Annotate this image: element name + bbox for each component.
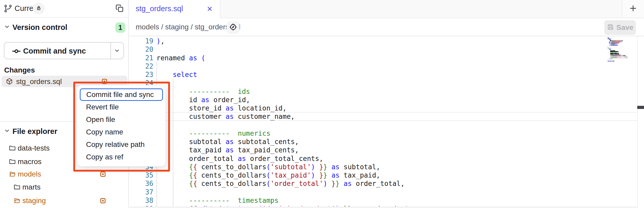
folder-label: macros: [18, 158, 42, 166]
branch-bar: Current: [0, 0, 128, 18]
folder-label: data-tests: [18, 144, 50, 152]
tab-stg-orders[interactable]: stg_orders.sql: [129, 0, 220, 18]
version-control-header[interactable]: Version control: [12, 23, 67, 32]
code-line-31: subtotal as subtotal_cents,: [156, 138, 299, 146]
modified-folder-badge: [100, 198, 106, 203]
code-editor[interactable]: 1920212223242526272829303132333435363738…: [129, 36, 644, 208]
code-line-32: tax_paid as tax_paid_cents,: [156, 146, 299, 154]
code-line-27: store_id as location_id,: [156, 104, 287, 112]
folder-label: staging: [22, 197, 46, 205]
line-number: 23: [129, 70, 153, 79]
plus-icon: [629, 4, 637, 14]
file-tree-item-models[interactable]: models: [0, 168, 128, 180]
git-branch-icon: [4, 4, 12, 14]
chevron-down-icon[interactable]: [4, 128, 10, 135]
code-line-33: order_total as order_total_cents,: [156, 154, 323, 163]
branch-lock-badge: [33, 3, 45, 15]
code-line-38: ---------- timestamps: [156, 196, 279, 205]
code-line-25: ---------- ids: [156, 87, 250, 96]
close-icon[interactable]: [206, 5, 213, 13]
folder-open-icon: [9, 171, 16, 179]
lineage-button[interactable]: [227, 21, 240, 34]
compass-icon: [229, 23, 237, 32]
code-line-36: {{ cents_to_dollars('order_total') }} as…: [156, 179, 405, 188]
folder-icon: [9, 158, 16, 166]
lock-icon: [36, 5, 42, 12]
modified-folder-badge: [100, 172, 106, 177]
commit-button-label: Commit and sync: [23, 47, 86, 55]
breadcrumb: models / staging / stg_orders.sql: [136, 23, 240, 31]
changed-file-name: stg_orders.sql: [16, 77, 62, 86]
dbt-ide-window: Current Version control 1 Commit and syn…: [0, 0, 644, 208]
commit-and-sync-button[interactable]: Commit and sync: [4, 42, 124, 59]
line-number: 37: [129, 188, 153, 196]
minimap[interactable]: [608, 37, 637, 61]
tab-label: stg_orders.sql: [136, 4, 183, 13]
file-tree-item-marts[interactable]: marts: [0, 181, 128, 193]
copy-icon: [115, 4, 124, 14]
code-line-26: id as order_id,: [156, 96, 250, 104]
model-cube-icon: [6, 78, 13, 86]
menu-item-revert-file[interactable]: Revert file: [77, 101, 166, 113]
button-divider: [110, 43, 111, 59]
code-line-30: ---------- numerics: [156, 129, 270, 138]
scrollbar-thumb[interactable]: [637, 106, 644, 109]
breadcrumb-bar: models / staging / stg_orders.sql Save: [129, 18, 644, 36]
code-line-19: ),: [156, 37, 165, 45]
save-icon: [607, 23, 614, 32]
folder-open-icon: [14, 197, 21, 205]
code-line-23: select: [156, 70, 197, 79]
menu-item-copy-as-ref[interactable]: Copy as ref: [77, 151, 166, 163]
menu-item-open-file[interactable]: Open file: [77, 113, 166, 126]
chevron-down-icon[interactable]: [4, 24, 10, 31]
minimap-divider: [637, 36, 638, 208]
save-button-label: Save: [616, 23, 633, 32]
chevron-down-icon[interactable]: [114, 48, 120, 55]
modified-file-badge: [102, 79, 107, 84]
line-number: 35: [129, 171, 153, 179]
line-number: 22: [129, 62, 153, 70]
file-tree-item-staging[interactable]: staging: [0, 195, 128, 206]
file-explorer-header[interactable]: File explorer: [12, 127, 57, 136]
code-line-28: customer as customer_name,: [156, 112, 295, 121]
line-number: 20: [129, 45, 153, 54]
menu-item-commit-file-and-sync[interactable]: Commit file and sync: [80, 88, 163, 101]
folder-icon: [14, 184, 21, 192]
folder-label: marts: [22, 183, 41, 191]
git-commit-icon: [12, 47, 21, 57]
folder-icon: [9, 145, 16, 153]
line-number: 19: [129, 37, 153, 45]
horizontal-scrollbar-track: [129, 206, 637, 208]
save-button[interactable]: Save: [604, 20, 636, 35]
code-line-35: {{ cents_to_dollars('tax_paid') }} as ta…: [156, 171, 380, 179]
file-context-menu: Commit file and syncRevert fileOpen file…: [77, 85, 166, 166]
menu-item-copy-relative-path[interactable]: Copy relative path: [77, 138, 166, 151]
line-number: 21: [129, 54, 153, 62]
version-control-count-badge: 1: [115, 22, 125, 33]
folder-label: models: [18, 170, 41, 178]
new-tab-button[interactable]: [622, 0, 644, 18]
code-line-21: renamed as (: [156, 54, 205, 62]
line-number: 36: [129, 179, 153, 188]
code-line-34: {{ cents_to_dollars('subtotal') }} as su…: [156, 163, 380, 171]
changes-header: Changes: [4, 66, 35, 74]
line-number: 38: [129, 196, 153, 205]
copy-branch-button[interactable]: [115, 4, 124, 14]
menu-item-copy-name[interactable]: Copy name: [77, 126, 166, 138]
